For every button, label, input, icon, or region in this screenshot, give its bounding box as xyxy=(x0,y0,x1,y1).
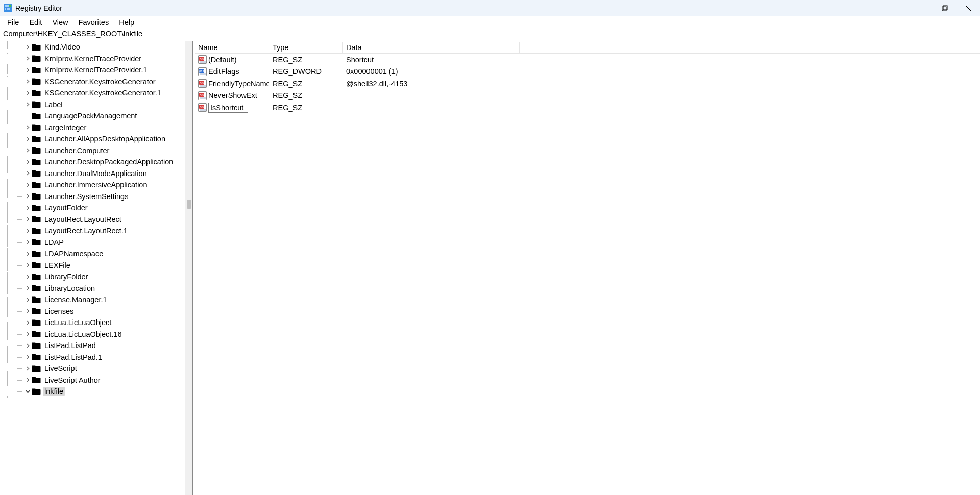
chevron-right-icon[interactable] xyxy=(24,67,31,73)
tree-item-label: KrnIprov.KernelTraceProvider xyxy=(43,54,143,63)
tree-item[interactable]: lnkfile xyxy=(0,386,185,398)
chevron-right-icon[interactable] xyxy=(24,125,31,131)
chevron-right-icon[interactable] xyxy=(24,193,31,200)
tree-item-label: Launcher.AllAppsDesktopApplication xyxy=(43,134,167,143)
reg-binary-icon xyxy=(198,67,207,76)
tree-item[interactable]: LibraryFolder xyxy=(0,271,185,283)
menu-favorites[interactable]: Favorites xyxy=(74,17,114,28)
folder-icon xyxy=(32,330,41,338)
chevron-right-icon[interactable] xyxy=(24,296,31,303)
folder-icon xyxy=(32,342,41,350)
chevron-right-icon[interactable] xyxy=(24,44,31,50)
tree-item-label: License.Manager.1 xyxy=(43,295,109,304)
tree-item[interactable]: LiveScript xyxy=(0,363,185,375)
chevron-right-icon[interactable] xyxy=(24,239,31,245)
chevron-right-icon[interactable] xyxy=(24,365,31,372)
tree-item[interactable]: LiveScript Author xyxy=(0,375,185,386)
tree-item[interactable]: Launcher.DualModeApplication xyxy=(0,168,185,180)
regedit-icon xyxy=(3,4,12,13)
tree-item[interactable]: Launcher.AllAppsDesktopApplication xyxy=(0,133,185,145)
values-header: Name Type Data xyxy=(195,41,980,54)
tree-item[interactable]: KSGenerator.KeystrokeGenerator.1 xyxy=(0,87,185,99)
menu-view[interactable]: View xyxy=(47,17,73,28)
tree-item[interactable]: LicLua.LicLuaObject.16 xyxy=(0,329,185,340)
tree-item[interactable]: LEXFile xyxy=(0,260,185,271)
tree-item[interactable]: LDAPNamespace xyxy=(0,248,185,260)
chevron-right-icon[interactable] xyxy=(24,147,31,154)
col-header-type[interactable]: Type xyxy=(270,42,343,53)
tree-item[interactable]: LibraryLocation xyxy=(0,283,185,294)
tree-item[interactable]: LDAP xyxy=(0,237,185,249)
tree-item[interactable]: ListPad.ListPad.1 xyxy=(0,352,185,363)
chevron-right-icon[interactable] xyxy=(24,159,31,165)
value-row[interactable]: REG_SZ xyxy=(195,102,980,114)
tree-scroll-thumb[interactable] xyxy=(187,200,191,209)
tree-item-label: Kind.Video xyxy=(43,42,82,52)
tree-item-label: LibraryLocation xyxy=(43,284,96,293)
menu-bar: File Edit View Favorites Help xyxy=(0,16,980,29)
value-row[interactable]: (Default)REG_SZShortcut xyxy=(195,54,980,66)
tree-item[interactable]: KrnIprov.KernelTraceProvider xyxy=(0,53,185,65)
tree-item[interactable]: Launcher.ImmersiveApplication xyxy=(0,179,185,191)
chevron-right-icon[interactable] xyxy=(24,354,31,360)
minimize-button[interactable] xyxy=(910,0,933,16)
chevron-right-icon[interactable] xyxy=(24,216,31,222)
col-header-data[interactable]: Data xyxy=(343,42,520,53)
value-type: REG_DWORD xyxy=(270,67,343,76)
tree-item[interactable]: Launcher.SystemSettings xyxy=(0,191,185,203)
chevron-right-icon[interactable] xyxy=(24,331,31,337)
tree-item-label: LargeInteger xyxy=(43,123,88,132)
tree-item[interactable]: LayoutFolder xyxy=(0,202,185,214)
menu-edit[interactable]: Edit xyxy=(24,17,47,28)
chevron-right-icon[interactable] xyxy=(24,56,31,62)
registry-tree[interactable]: Kind.VideoKrnIprov.KernelTraceProviderKr… xyxy=(0,41,185,495)
menu-file[interactable]: File xyxy=(2,17,24,28)
value-row[interactable]: EditFlagsREG_DWORD0x00000001 (1) xyxy=(195,66,980,78)
tree-item[interactable]: LayoutRect.LayoutRect.1 xyxy=(0,225,185,237)
value-name-edit[interactable] xyxy=(208,103,248,113)
value-row[interactable]: NeverShowExtREG_SZ xyxy=(195,90,980,102)
maximize-button[interactable] xyxy=(933,0,957,16)
chevron-right-icon[interactable] xyxy=(24,102,31,108)
chevron-right-icon[interactable] xyxy=(24,308,31,314)
chevron-right-icon[interactable] xyxy=(24,285,31,291)
folder-icon xyxy=(32,250,41,258)
chevron-right-icon[interactable] xyxy=(24,228,31,234)
chevron-right-icon[interactable] xyxy=(24,205,31,211)
tree-item[interactable]: LargeInteger xyxy=(0,122,185,134)
close-button[interactable] xyxy=(957,0,980,16)
tree-item[interactable]: License.Manager.1 xyxy=(0,294,185,306)
chevron-right-icon[interactable] xyxy=(24,319,31,326)
tree-item[interactable]: Launcher.DesktopPackagedApplication xyxy=(0,156,185,168)
chevron-right-icon[interactable] xyxy=(24,251,31,257)
tree-item[interactable]: ListPad.ListPad xyxy=(0,340,185,352)
folder-icon xyxy=(32,192,41,200)
values-list[interactable]: (Default)REG_SZShortcutEditFlagsREG_DWOR… xyxy=(195,54,980,114)
tree-item[interactable]: LanguagePackManagement xyxy=(0,110,185,122)
chevron-right-icon[interactable] xyxy=(24,170,31,177)
chevron-right-icon[interactable] xyxy=(24,377,31,383)
chevron-down-icon[interactable] xyxy=(24,388,31,394)
tree-item-label: ListPad.ListPad xyxy=(43,341,97,350)
tree-item[interactable]: LicLua.LicLuaObject xyxy=(0,317,185,329)
tree-item[interactable]: Launcher.Computer xyxy=(0,145,185,157)
chevron-right-icon[interactable] xyxy=(24,136,31,142)
tree-item[interactable]: Kind.Video xyxy=(0,41,185,53)
chevron-right-icon[interactable] xyxy=(24,90,31,96)
tree-scrollbar[interactable] xyxy=(185,41,192,495)
col-header-name[interactable]: Name xyxy=(195,42,270,53)
chevron-right-icon[interactable] xyxy=(24,182,31,188)
menu-help[interactable]: Help xyxy=(114,17,139,28)
chevron-right-icon[interactable] xyxy=(24,79,31,85)
value-row[interactable]: FriendlyTypeNameREG_SZ@shell32.dll,-4153 xyxy=(195,78,980,90)
svg-point-5 xyxy=(9,4,12,7)
tree-item[interactable]: KSGenerator.KeystrokeGenerator xyxy=(0,76,185,88)
tree-item[interactable]: Licenses xyxy=(0,306,185,317)
tree-item[interactable]: KrnIprov.KernelTraceProvider.1 xyxy=(0,64,185,76)
address-bar[interactable]: Computer\HKEY_CLASSES_ROOT\lnkfile xyxy=(0,29,980,41)
tree-item[interactable]: Label xyxy=(0,99,185,111)
chevron-right-icon[interactable] xyxy=(24,342,31,349)
tree-item[interactable]: LayoutRect.LayoutRect xyxy=(0,214,185,226)
chevron-right-icon[interactable] xyxy=(24,274,31,280)
chevron-right-icon[interactable] xyxy=(24,262,31,268)
